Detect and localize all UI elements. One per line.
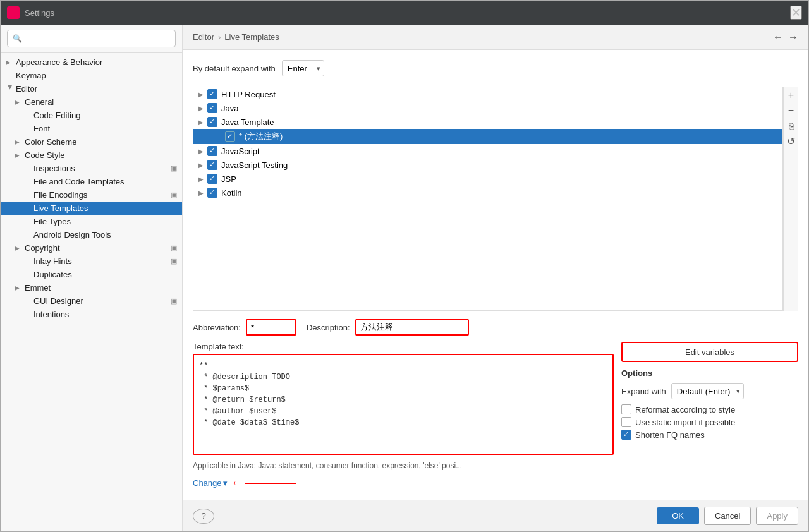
nav-back-button[interactable]: ← [773, 32, 783, 43]
tpl-group-kotlin[interactable]: ▶ Kotlin [193, 186, 782, 200]
arrow-line [245, 483, 296, 484]
remove-template-button[interactable]: − [785, 104, 798, 117]
sidebar-item-font[interactable]: Font [1, 122, 182, 135]
sidebar-item-copyright[interactable]: ▶ Copyright ▣ [1, 241, 182, 255]
tpl-group-http-request[interactable]: ▶ HTTP Request [193, 87, 782, 101]
sidebar-item-label: Keymap [16, 71, 46, 80]
sidebar-badge-icon: ▣ [171, 257, 177, 265]
sidebar-item-keymap[interactable]: Keymap [1, 69, 182, 82]
tpl-expand-icon: ▶ [198, 190, 207, 196]
arrow-icon [23, 205, 32, 212]
sidebar-item-gui-designer[interactable]: GUI Designer ▣ [1, 294, 182, 308]
template-textarea[interactable]: ** * @description TODO * $params$ * @ret… [193, 354, 614, 455]
sidebar-item-label: GUI Designer [33, 296, 83, 306]
expand-with-select[interactable]: Enter Tab Space [282, 60, 324, 76]
tpl-item-java-template-item[interactable]: ✓ * (方法注释) [193, 129, 782, 144]
add-template-button[interactable]: + [785, 89, 798, 102]
sidebar-item-emmet[interactable]: ▶ Emmet [1, 281, 182, 294]
sidebar-item-general[interactable]: ▶ General [1, 95, 182, 109]
static-import-label: Use static import if possible [635, 418, 735, 427]
sidebar-item-label: Inlay Hints [33, 257, 72, 266]
description-input[interactable] [355, 319, 469, 336]
reformat-checkbox[interactable] [621, 404, 631, 414]
cancel-button[interactable]: Cancel [704, 507, 751, 525]
edit-variables-button[interactable]: Edit variables [621, 342, 798, 362]
settings-window: Settings ✕ ▶ Appearance & Behavior Keyma… [0, 0, 809, 532]
abbreviation-input[interactable] [246, 319, 296, 336]
tpl-group-label: JSP [221, 174, 236, 184]
tpl-group-java[interactable]: ▶ Java [193, 101, 782, 115]
tpl-group-java-template[interactable]: ▶ Java Template [193, 115, 782, 129]
sidebar-item-file-types[interactable]: File Types [1, 215, 182, 228]
sidebar-item-editor[interactable]: ▶ Editor [1, 82, 182, 95]
sidebar-item-label: Appearance & Behavior [16, 57, 102, 67]
sidebar-tree: ▶ Appearance & Behavior Keymap ▶ Editor … [1, 53, 182, 531]
sidebar-item-live-templates[interactable]: Live Templates [1, 202, 182, 215]
tpl-group-javascript[interactable]: ▶ JavaScript [193, 144, 782, 158]
expand-with-row: Expand with Default (Enter) Enter Tab [621, 383, 798, 399]
arrow-icon: ▶ [6, 59, 15, 66]
arrow-icon [23, 231, 32, 238]
tpl-expand-icon: ▶ [198, 119, 207, 126]
tpl-checkbox-kotlin[interactable] [207, 188, 217, 198]
tpl-checkbox-java[interactable] [207, 103, 217, 113]
sidebar-item-intentions[interactable]: Intentions [1, 308, 182, 321]
arrow-icon [23, 112, 32, 119]
apply-button[interactable]: Apply [756, 507, 798, 525]
panel-body: By default expand with Enter Tab Space [183, 50, 808, 500]
reset-template-button[interactable]: ↺ [785, 135, 798, 147]
change-button[interactable]: Change ▾ [193, 478, 228, 488]
tpl-checkbox-jsp[interactable] [207, 174, 217, 184]
static-import-checkbox[interactable] [621, 417, 631, 427]
sidebar-item-label: Android Design Tools [33, 230, 111, 239]
tpl-checkbox-http-request[interactable] [207, 89, 217, 99]
title-bar: Settings ✕ [1, 1, 808, 25]
breadcrumb-part2: Live Templates [224, 32, 279, 42]
description-group: Description: [307, 319, 469, 336]
arrow-icon [23, 311, 32, 318]
sidebar-item-duplicates[interactable]: Duplicates [1, 268, 182, 281]
search-input[interactable] [7, 30, 176, 47]
sidebar-item-color-scheme[interactable]: ▶ Color Scheme [1, 135, 182, 148]
tpl-group-javascript-testing[interactable]: ▶ JavaScript Testing [193, 158, 782, 172]
sidebar-badge-icon: ▣ [171, 164, 177, 172]
shorten-fq-checkbox[interactable] [621, 430, 631, 440]
ok-button[interactable]: OK [657, 507, 699, 524]
help-button[interactable]: ? [193, 509, 214, 524]
sidebar-item-label: Font [33, 124, 50, 133]
sidebar-item-code-editing[interactable]: Code Editing [1, 109, 182, 122]
sidebar-item-file-encodings[interactable]: File Encodings ▣ [1, 188, 182, 202]
main-content: ▶ Appearance & Behavior Keymap ▶ Editor … [1, 25, 808, 531]
tpl-checkbox-java-template[interactable] [207, 117, 217, 127]
sidebar-item-inlay-hints[interactable]: Inlay Hints ▣ [1, 255, 182, 268]
tpl-checkbox-javascript[interactable] [207, 146, 217, 156]
close-button[interactable]: ✕ [790, 6, 802, 20]
tpl-checkbox-item[interactable]: ✓ [225, 131, 235, 142]
expand-row: By default expand with Enter Tab Space [193, 60, 798, 76]
template-text-label: Template text: [193, 342, 614, 351]
sidebar-item-label: Emmet [25, 283, 51, 293]
sidebar-item-label: Code Editing [33, 111, 80, 120]
nav-forward-button[interactable]: → [788, 32, 798, 43]
sidebar-item-code-style[interactable]: ▶ Code Style [1, 148, 182, 162]
change-arrow-icon: ▾ [223, 478, 228, 488]
sidebar-item-android-design-tools[interactable]: Android Design Tools [1, 228, 182, 241]
reformat-label: Reformat according to style [635, 405, 735, 414]
sidebar-item-file-code-templates[interactable]: File and Code Templates [1, 175, 182, 188]
tpl-expand-icon: ▶ [198, 105, 207, 112]
bottom-bar: ? OK Cancel Apply [183, 500, 808, 531]
tpl-group-label: HTTP Request [221, 90, 276, 99]
sidebar-item-appearance[interactable]: ▶ Appearance & Behavior [1, 56, 182, 69]
expand-with-select[interactable]: Default (Enter) Enter Tab [671, 383, 744, 399]
copy-template-button[interactable]: ⎘ [785, 119, 798, 132]
expand-label: By default expand with [193, 64, 276, 73]
arrow-icon [23, 178, 32, 185]
panel-header: Editor › Live Templates ← → [183, 25, 808, 50]
options-checkboxes: Reformat according to style Use static i… [621, 404, 798, 440]
sidebar-item-inspections[interactable]: Inspections ▣ [1, 162, 182, 175]
templates-panel: ▶ HTTP Request ▶ Java [193, 87, 798, 311]
tpl-group-jsp[interactable]: ▶ JSP [193, 172, 782, 186]
arrow-icon [23, 218, 32, 225]
tpl-checkbox-javascript-testing[interactable] [207, 160, 217, 170]
left-arrow-icon: ← [231, 476, 243, 490]
